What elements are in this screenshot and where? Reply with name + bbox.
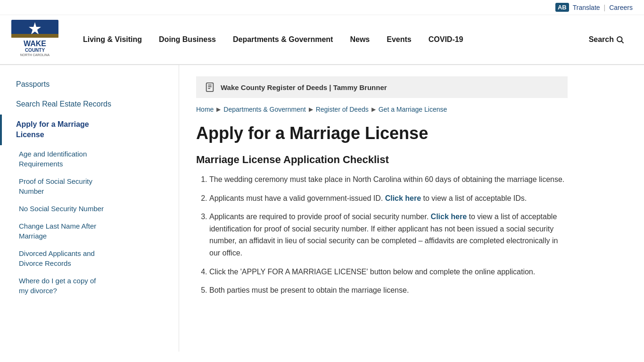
nav-events[interactable]: Events [378, 18, 420, 61]
breadcrumb-departments[interactable]: Departments & Government [223, 106, 305, 113]
checklist-item-1: The wedding ceremony must take place in … [209, 173, 568, 186]
checklist-item-5-text: Both parties must be present to obtain t… [209, 286, 409, 294]
nav-search[interactable]: Search [580, 18, 633, 61]
checklist-item-3-link[interactable]: Click here [431, 213, 467, 221]
search-icon [616, 35, 624, 44]
checklist-item-3-before: Applicants are required to provide proof… [209, 213, 431, 221]
breadcrumb-sep-3: ▶ [372, 106, 376, 113]
search-label: Search [589, 35, 614, 44]
site-logo[interactable]: WAKE COUNTY NORTH CAROLINA [11, 20, 58, 58]
breadcrumb-sep-2: ▶ [309, 106, 313, 113]
page-body: Passports Search Real Estate Records App… [0, 65, 644, 352]
dept-banner-text: Wake County Register of Deeds | Tammy Br… [221, 83, 387, 91]
careers-link[interactable]: Careers [609, 4, 633, 11]
sidebar-passports[interactable]: Passports [0, 74, 179, 94]
breadcrumb-register[interactable]: Register of Deeds [316, 106, 369, 113]
sidebar: Passports Search Real Estate Records App… [0, 65, 179, 352]
dept-icon [205, 82, 215, 92]
translate-icon: AB [555, 3, 569, 12]
breadcrumb: Home ▶ Departments & Government ▶ Regist… [196, 106, 568, 113]
svg-text:NORTH CAROLINA: NORTH CAROLINA [20, 53, 50, 57]
checklist-item-4-text: Click the 'APPLY FOR A MARRIAGE LICENSE'… [209, 268, 535, 276]
sidebar-divorce-copy[interactable]: Where do I get a copy ofmy divorce? [0, 272, 179, 299]
checklist-item-3: Applicants are required to provide proof… [209, 211, 568, 259]
sidebar-marriage-license[interactable]: Apply for a MarriageLicense [0, 115, 179, 145]
nav-news[interactable]: News [341, 18, 378, 61]
checklist-item-2: Applicants must have a valid government-… [209, 192, 568, 205]
checklist-item-2-before: Applicants must have a valid government-… [209, 194, 385, 202]
checklist-item-1-text: The wedding ceremony must take place in … [209, 175, 564, 183]
nav-living-visiting[interactable]: Living & Visiting [74, 18, 150, 61]
sidebar-no-ssn[interactable]: No Social Security Number [0, 200, 179, 217]
sidebar-age-id[interactable]: Age and IdentificationRequirements [0, 145, 179, 173]
logo-wrap[interactable]: WAKE COUNTY NORTH CAROLINA [11, 15, 63, 64]
breadcrumb-sep-1: ▶ [216, 106, 221, 113]
checklist-item-2-after: to view a list of acceptable IDs. [421, 194, 527, 202]
breadcrumb-home[interactable]: Home [196, 106, 214, 113]
page-title: Apply for a Marriage License [196, 123, 568, 143]
checklist: The wedding ceremony must take place in … [196, 173, 568, 296]
nav-covid[interactable]: COVID-19 [420, 18, 472, 61]
sidebar-ssn[interactable]: Proof of Social SecurityNumber [0, 173, 179, 200]
dept-banner: Wake County Register of Deeds | Tammy Br… [196, 76, 568, 98]
breadcrumb-current: Get a Marriage License [379, 106, 447, 113]
checklist-item-5: Both parties must be present to obtain t… [209, 284, 568, 296]
checklist-item-4: Click the 'APPLY FOR A MARRIAGE LICENSE'… [209, 266, 568, 278]
sidebar-name-change[interactable]: Change Last Name AfterMarriage [0, 217, 179, 245]
site-header: WAKE COUNTY NORTH CAROLINA Living & Visi… [0, 15, 644, 65]
sidebar-divorced[interactable]: Divorced Applicants andDivorce Records [0, 245, 179, 272]
utility-bar: AB Translate | Careers [0, 0, 644, 15]
svg-text:COUNTY: COUNTY [25, 48, 45, 53]
utility-separator: | [604, 4, 606, 11]
section-title: Marriage License Application Checklist [196, 154, 568, 166]
svg-text:WAKE: WAKE [24, 40, 46, 48]
main-content: Wake County Register of Deeds | Tammy Br… [179, 65, 585, 352]
main-nav: Living & Visiting Doing Business Departm… [74, 18, 633, 61]
nav-doing-business[interactable]: Doing Business [150, 18, 224, 61]
svg-point-7 [617, 37, 622, 42]
nav-departments[interactable]: Departments & Government [224, 18, 342, 61]
sidebar-real-estate[interactable]: Search Real Estate Records [0, 94, 179, 114]
translate-link[interactable]: Translate [573, 4, 600, 11]
svg-line-8 [621, 41, 623, 43]
checklist-item-2-link[interactable]: Click here [385, 194, 421, 202]
